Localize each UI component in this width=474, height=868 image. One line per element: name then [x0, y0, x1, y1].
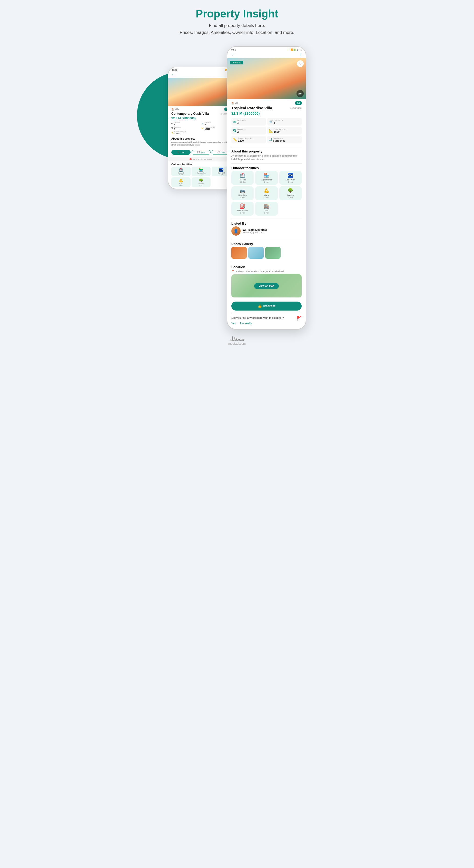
facility-dist: 2 Km: [264, 181, 269, 183]
hospital-icon: 🏥: [240, 173, 245, 178]
right-time-ago: 1 year ago: [290, 106, 302, 109]
facility-dist: 0 Km: [240, 196, 245, 199]
address-value: 456 Bamboo Lane, Phuket, Thailand: [246, 270, 284, 273]
problem-no-button[interactable]: Not really: [240, 322, 252, 325]
facility-dist: 1 Km: [240, 212, 245, 214]
list-item: 💪 Gym 2 Km: [255, 186, 277, 200]
footer-logo: مستقل mostaql.com: [228, 336, 246, 345]
facility-name: Hospital: [239, 179, 246, 181]
facility-dist: 2 Km: [199, 185, 203, 186]
facility-dist: 2 Km: [288, 196, 293, 199]
list-item: ⛽ Gas Station 1 Km: [231, 202, 254, 216]
left-detail-build-area: 📐Build Area (ft2)15000: [202, 126, 231, 130]
left-property-image: ♡ 360°: [168, 78, 234, 106]
list-item: 🌳 Garden 2 Km: [192, 177, 211, 187]
facility-dist: 0 Km: [264, 212, 269, 214]
left-about-text: A contemporary oasis with sleek design a…: [171, 141, 231, 146]
supermarket-icon: 🏪: [199, 167, 203, 172]
left-status-bar: 10:03 📶🔋: [168, 67, 234, 72]
bus-stop-icon: 🚌: [240, 188, 245, 193]
interest-button[interactable]: 👍 Interest: [231, 302, 302, 311]
right-prop-name-row: Tropical Paradise Villa 1 year ago: [227, 105, 306, 111]
divider-listed: [231, 218, 302, 218]
right-property-type: 🏠 Villa: [231, 102, 239, 104]
map-view[interactable]: View on map: [231, 274, 302, 298]
left-facilities-grid: 🏥 Hospital 55 Km 🏪 Supermarket 2 Km 🏧 Ba…: [171, 166, 231, 187]
gym-icon: 💪: [179, 178, 183, 183]
left-about-section: About this property A contemporary oasis…: [168, 136, 234, 148]
owner-email: wrteam@gmail.com: [243, 231, 267, 234]
list-item: 🏪 Supermarket 2 Km: [192, 166, 211, 176]
phones-container: 10:03 📶🔋 ← ⤴ ♡ 360° 🏠 Villa Sell Contemp…: [132, 46, 342, 330]
right-status-icons: 📶🔋 54%: [291, 49, 302, 51]
gallery-thumb-1[interactable]: [231, 247, 247, 259]
gym-icon: 💪: [264, 188, 269, 193]
address-row: 📍 Address : 456 Bamboo Lane, Phuket, Tha…: [231, 270, 302, 273]
right-about-text: An enchanting villa nestled in a tropica…: [231, 154, 302, 161]
facility-dist: 2 Km: [219, 174, 223, 175]
list-item: 🌳 Garden 2 Km: [279, 186, 302, 200]
view-on-map-button[interactable]: View on map: [254, 283, 279, 289]
listed-by-row: 👤 WRTeam Designer wrteam@gmail.com: [231, 226, 302, 236]
right-detail-furnishing: 🛋 FurnishingFurnished: [267, 136, 302, 144]
right-phone: 9:56 📶🔋 54% ← ⤴ Featured ♡ 360° 🏠 Villa …: [227, 46, 306, 330]
ad-banner: This is a 320x100 test ad.: [168, 157, 234, 161]
problem-text: Did you find any problem with this listi…: [231, 316, 284, 320]
facility-dist: 2 Km: [199, 174, 203, 175]
right-detail-bathroom: 🚿 Bathroom3: [267, 118, 302, 125]
gas-station-icon: ⛽: [240, 203, 245, 209]
owner-name: WRTeam Designer: [243, 228, 267, 231]
problem-actions: Yes Not really: [231, 321, 302, 326]
right-property-price: $2.3 M (2300000): [227, 111, 306, 116]
gallery-thumb-2[interactable]: [248, 247, 264, 259]
right-details-grid: 🛏 Bedroom3 🚿 Bathroom3 🏗 Balconies2 📐 Bu…: [227, 116, 306, 145]
right-prop-type-row: 🏠 Villa Sell: [227, 99, 306, 105]
left-property-type: 🏠 Villa: [171, 108, 179, 111]
right-nav-bar: ← ⤴: [227, 52, 306, 58]
right-back-icon[interactable]: ←: [231, 53, 235, 57]
right-heart-button[interactable]: ♡: [297, 60, 304, 67]
page-subtitle: Find all property details here: Prices, …: [180, 22, 295, 36]
report-icon[interactable]: 🚩: [297, 316, 302, 321]
right-share-icon[interactable]: ⤴: [300, 53, 302, 57]
facility-dist: 2 Km: [288, 181, 293, 183]
photo-gallery-title: Photo Gallery: [231, 242, 302, 246]
facility-dist: 55 Km: [240, 181, 245, 183]
list-item: 🏪 Supermarket 2 Km: [255, 171, 277, 185]
right-property-image: Featured ♡ 360°: [227, 58, 306, 99]
bedroom-icon: 🛏: [233, 120, 236, 124]
right-about-title: About this property: [231, 149, 302, 153]
left-back-icon[interactable]: ←: [171, 73, 175, 77]
address-label: Address :: [235, 270, 245, 273]
location-title: Location: [231, 265, 302, 269]
divider-about: [231, 146, 302, 146]
left-nav-bar: ← ⤴: [168, 72, 234, 78]
right-detail-build-area: 📐 Build Area (ft2)1500: [267, 127, 302, 134]
left-prop-name-row: Contemporary Oasis Villa 1 year ago: [168, 112, 234, 116]
problem-yes-button[interactable]: Yes: [231, 322, 236, 325]
gallery-thumb-3[interactable]: [265, 247, 281, 259]
sms-button[interactable]: 💬 SMS: [192, 150, 211, 155]
problem-section: Did you find any problem with this listi…: [227, 314, 306, 329]
left-detail-bathroom: 🚿Bathroom5: [202, 122, 231, 125]
right-detail-balconies: 🏗 Balconies2: [231, 127, 266, 134]
facility-name: Mall: [265, 210, 269, 212]
call-button[interactable]: 📞 Call: [171, 150, 191, 155]
right-badge-360: 360°: [297, 90, 304, 97]
location-pin-icon: 📍: [231, 270, 234, 273]
right-sell-badge: Sell: [295, 101, 302, 105]
divider-outdoor: [231, 163, 302, 163]
facility-name: Gas Station: [237, 210, 248, 212]
left-property-name: Contemporary Oasis Villa: [171, 112, 209, 116]
right-outdoor-title: Outdoor facilities: [231, 166, 302, 170]
left-outdoor-section: Outdoor facilities 🏥 Hospital 55 Km 🏪 Su…: [168, 161, 234, 189]
featured-badge: Featured: [230, 61, 243, 64]
garden-icon: 🌳: [199, 178, 203, 183]
list-item: 🏬 Mall 0 Km: [255, 202, 277, 216]
facility-dist: ~Km: [179, 185, 182, 186]
avatar: 👤: [231, 226, 241, 236]
gallery-row: [231, 247, 302, 259]
bathroom-icon: 🚿: [269, 120, 273, 124]
left-prop-type-row: 🏠 Villa Sell: [168, 106, 234, 112]
divider-gallery: [231, 239, 302, 239]
